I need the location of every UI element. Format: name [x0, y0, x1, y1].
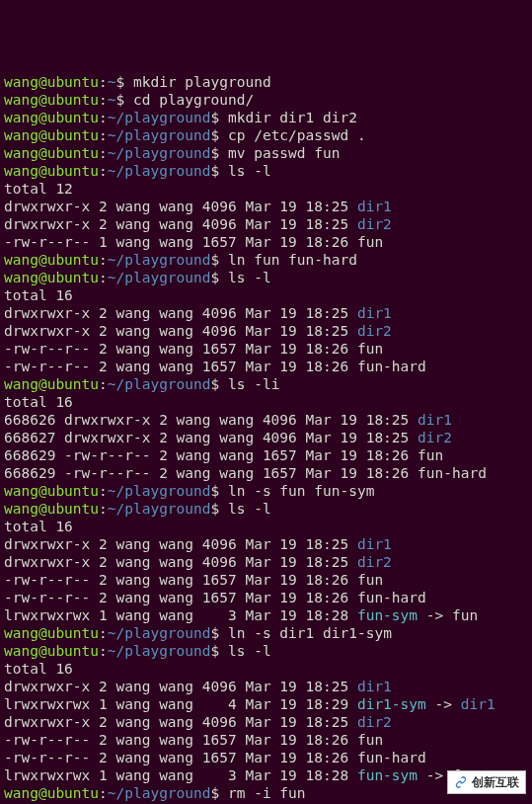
prompt-user: wang@ubuntu: [4, 483, 99, 499]
dir-name: dir1: [357, 536, 392, 552]
prompt-user: wang@ubuntu: [4, 270, 99, 285]
prompt-path: ~/playground: [108, 145, 211, 161]
dir-name: dir2: [357, 323, 392, 339]
symlink-name: dir1-sym: [357, 696, 426, 712]
prompt-path: ~: [108, 74, 116, 90]
terminal-output[interactable]: wang@ubuntu:~$ mkdir playground wang@ubu…: [4, 73, 528, 804]
dir-name: dir2: [357, 554, 392, 570]
dir-name: dir2: [418, 430, 452, 445]
dir-name: dir1: [357, 199, 392, 214]
prompt-path: ~/playground: [108, 270, 211, 285]
prompt-user: wang@ubuntu: [4, 127, 99, 143]
prompt-path: ~/playground: [108, 501, 211, 517]
prompt-user: wang@ubuntu: [4, 163, 99, 179]
dir-name: dir1: [357, 305, 392, 321]
prompt-path: ~/playground: [108, 163, 211, 179]
prompt-user: wang@ubuntu: [4, 625, 99, 641]
prompt-user: wang@ubuntu: [4, 110, 99, 125]
symlink-name: fun-sym: [357, 607, 418, 623]
prompt-path: ~/playground: [108, 127, 211, 143]
watermark-logo: 创新互联: [447, 770, 526, 794]
prompt-user: wang@ubuntu: [4, 501, 99, 517]
link-icon: [454, 775, 468, 789]
prompt-user: wang@ubuntu: [4, 643, 99, 659]
prompt-path: ~/playground: [108, 483, 211, 499]
prompt-path: ~/playground: [108, 252, 211, 268]
prompt-path: ~/playground: [108, 110, 211, 125]
prompt-path: ~/playground: [108, 625, 211, 641]
dir-name: dir1: [418, 412, 452, 428]
prompt-user: wang@ubuntu: [4, 252, 99, 268]
prompt-path: ~/playground: [108, 376, 211, 392]
watermark-text: 创新互联: [472, 773, 519, 791]
prompt-user: wang@ubuntu: [4, 785, 99, 801]
dir-name: dir1: [461, 696, 495, 712]
prompt-user: wang@ubuntu: [4, 92, 99, 108]
dir-name: dir1: [357, 679, 392, 694]
dir-name: dir2: [357, 216, 392, 232]
dir-name: dir2: [357, 714, 392, 730]
symlink-name: fun-sym: [357, 767, 418, 783]
prompt-path: ~/playground: [108, 785, 211, 801]
prompt-user: wang@ubuntu: [4, 376, 99, 392]
prompt-path: ~: [108, 92, 116, 108]
prompt-path: ~/playground: [108, 643, 211, 659]
prompt-user: wang@ubuntu: [4, 74, 99, 90]
prompt-user: wang@ubuntu: [4, 145, 99, 161]
